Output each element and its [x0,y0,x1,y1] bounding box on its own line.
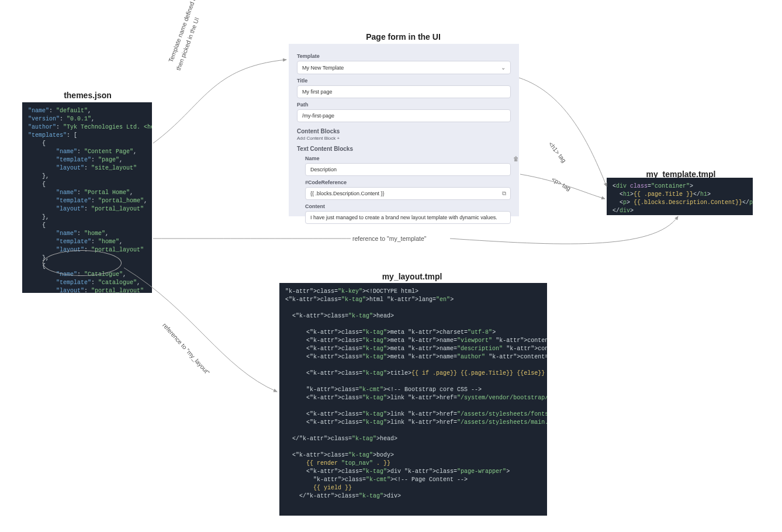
themes-json-code: "name": "default", "version": "0.0.1", "… [22,102,152,293]
content-input[interactable]: I have just managed to create a brand ne… [305,211,511,224]
name-label: Name [305,156,511,161]
title-label: Title [297,78,511,84]
form-title: Page form in the UI [327,32,479,42]
annot-ref-layout: reference to "my_layout" [161,322,211,376]
coderef-input[interactable]: {{ .blocks.Description.Content }} [305,187,511,200]
annot-p: <p> tag [551,175,572,192]
coderef-value: {{ .blocks.Description.Content }} [310,191,385,196]
content-label: Content [305,203,511,209]
add-content-block-link[interactable]: Add Content Block + [297,136,511,141]
template-select[interactable]: My New Template ⌄ [297,61,511,74]
annot-ref-template: reference to "my_template" [352,235,427,242]
my-template-code: <div class="container"> <h1>{{ .page.Tit… [607,178,753,215]
path-label: Path [297,102,511,108]
content-value: I have just managed to create a brand ne… [310,215,497,220]
copy-icon[interactable]: ⧉ [502,190,506,197]
template-label: Template [297,53,511,59]
name-input[interactable]: Description [305,163,511,176]
my-layout-code: "k-attr">class="k-key"><!DOCTYPE html> <… [279,283,547,516]
layout-title: my_layout.tmpl [351,272,473,281]
content-blocks-heading: Content Blocks [297,128,511,134]
page-form: Template My New Template ⌄ Title My firs… [289,44,519,216]
chevron-down-icon: ⌄ [501,64,506,71]
trash-icon[interactable]: 🗑 [513,156,519,162]
themes-json-title: themes.json [35,91,140,100]
coderef-label: #CodeReference [305,179,511,185]
name-value: Description [310,167,337,172]
title-value: My first page [302,89,333,95]
text-content-blocks-heading: Text Content Blocks [297,146,511,152]
path-input[interactable]: /my-first-page [297,109,511,122]
annot-h1: <h1> tag [548,140,568,164]
path-value: /my-first-page [302,113,334,119]
title-input[interactable]: My first page [297,85,511,98]
template-select-value: My New Template [302,65,344,71]
